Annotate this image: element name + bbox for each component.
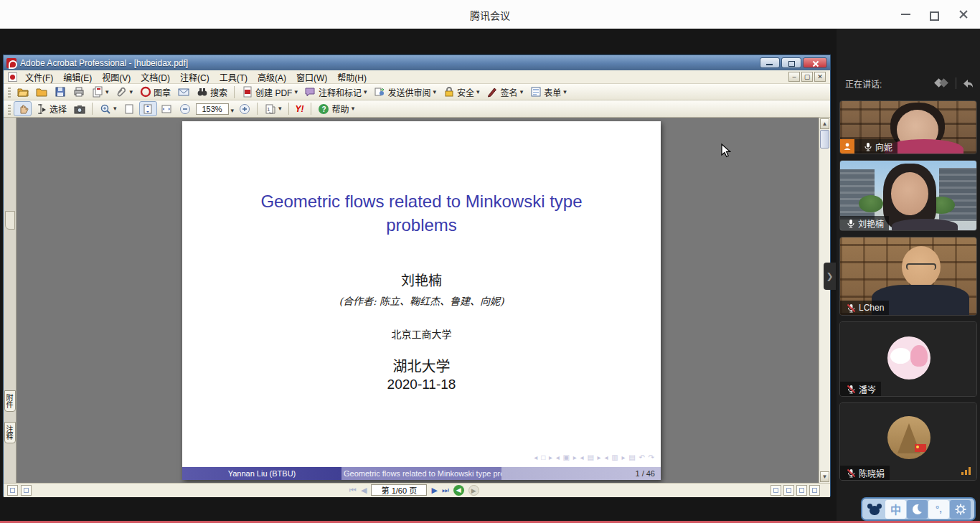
search-button[interactable]: 搜索 xyxy=(194,85,230,99)
zoom-in-button[interactable] xyxy=(236,102,253,116)
toolbar-separator xyxy=(311,103,311,115)
ime-fullwidth-icon[interactable] xyxy=(907,500,928,519)
mdi-minimize-icon[interactable]: – xyxy=(788,72,800,82)
mdi-close-icon[interactable]: ✕ xyxy=(814,72,826,82)
minimize-icon[interactable] xyxy=(900,8,913,21)
hand-tool-button[interactable] xyxy=(14,102,31,116)
comment-markup-button[interactable]: 注释和标记 xyxy=(302,85,369,99)
folder-button[interactable] xyxy=(33,85,50,99)
select-tool-button[interactable]: 选择 xyxy=(33,102,69,116)
zoom-input[interactable] xyxy=(196,103,229,115)
email-button[interactable] xyxy=(175,85,192,99)
participant-tile[interactable]: 潘岑 xyxy=(839,321,977,397)
statusbar-pagesize-icon[interactable] xyxy=(21,485,32,496)
next-view-icon[interactable]: ▶ xyxy=(468,485,479,496)
continuous-view-icon[interactable] xyxy=(783,485,794,496)
fit-page-button[interactable] xyxy=(140,102,156,116)
forms-button[interactable]: 表单 xyxy=(527,85,569,99)
participant-tile[interactable]: LChen xyxy=(839,237,977,316)
panel-collapse-icon[interactable]: ❯ xyxy=(824,263,836,290)
statusbar-options-icon[interactable] xyxy=(7,485,18,496)
document-canvas[interactable]: Geometric flows related to Minkowski typ… xyxy=(17,118,819,483)
rail-handle[interactable] xyxy=(5,211,15,230)
acrobat-app-icon xyxy=(6,58,17,68)
ime-language-label: 中 xyxy=(890,501,901,517)
tab-attachments[interactable]: 附件 xyxy=(4,390,16,412)
zoom-out-button[interactable] xyxy=(177,102,194,116)
menu-advanced[interactable]: 高级(A) xyxy=(253,70,291,85)
open-button[interactable] xyxy=(14,85,31,99)
stamp-button[interactable]: 图章 xyxy=(137,85,173,99)
menu-comments[interactable]: 注释(C) xyxy=(175,70,215,85)
last-page-icon[interactable]: ⏭ xyxy=(442,484,449,496)
send-review-button[interactable]: 发送供审阅 xyxy=(372,85,439,99)
two-up-icon[interactable] xyxy=(796,485,807,496)
menu-edit[interactable]: 编辑(E) xyxy=(58,70,97,85)
beamer-nav-symbols: ◂ □ ▸ ◂ ▣ ▸ ◂ ▤ ▸ ◂ ▥ ▸ ▤ ↶ ↷ xyxy=(534,453,655,461)
toolbar-separator xyxy=(257,103,258,115)
tab-comments[interactable]: 注释 xyxy=(4,422,16,443)
menu-tools[interactable]: 工具(T) xyxy=(215,70,253,85)
navigation-rail: 附件 注释 xyxy=(4,118,17,483)
page-actual-icon xyxy=(123,103,136,115)
combine-files-icon xyxy=(91,86,103,98)
previous-page-icon[interactable]: ◀ xyxy=(361,484,367,496)
help-label: 帮助 xyxy=(332,103,349,115)
mdi-restore-icon[interactable]: ▢ xyxy=(801,72,813,82)
ime-punctuation-button[interactable]: °, xyxy=(928,500,949,519)
snapshot-button[interactable] xyxy=(71,102,88,116)
ime-language-button[interactable]: 中 xyxy=(885,500,906,519)
document-icon[interactable] xyxy=(8,72,17,82)
zoom-caret-icon[interactable] xyxy=(231,103,235,116)
acrobat-minimize-icon[interactable] xyxy=(760,57,780,68)
sign-button[interactable]: 签名 xyxy=(484,85,526,99)
page-number-input[interactable] xyxy=(371,484,427,496)
menu-file[interactable]: 文件(F) xyxy=(20,70,58,85)
menu-view[interactable]: 视图(V) xyxy=(97,70,136,85)
camera-icon xyxy=(73,103,85,115)
yahoo-button[interactable]: Y! xyxy=(293,103,306,115)
single-page-icon[interactable] xyxy=(771,485,781,496)
scroll-down-icon[interactable]: ▼ xyxy=(820,471,829,482)
printer-icon xyxy=(72,86,85,98)
two-up-continuous-icon[interactable] xyxy=(809,485,820,496)
print-button[interactable] xyxy=(70,85,87,99)
save-button[interactable] xyxy=(52,85,68,99)
menu-help[interactable]: 帮助(H) xyxy=(332,70,372,85)
participant-label: 潘岑 xyxy=(840,382,881,396)
page-display-button[interactable]: 1 xyxy=(262,102,284,116)
security-button[interactable]: 安全 xyxy=(440,85,482,99)
mic-muted-icon xyxy=(847,303,856,313)
acrobat-restore-icon[interactable] xyxy=(781,57,801,68)
participant-tile[interactable]: 刘艳楠 xyxy=(839,160,977,231)
attach-button[interactable] xyxy=(113,85,136,99)
participant-tile[interactable]: 向妮 xyxy=(839,100,977,154)
next-page-icon[interactable]: ▶ xyxy=(431,484,437,496)
restore-icon[interactable] xyxy=(928,8,941,21)
zoom-tool-button[interactable] xyxy=(97,102,119,116)
menu-document[interactable]: 文档(D) xyxy=(136,70,175,85)
combine-files-button[interactable] xyxy=(89,85,111,99)
vertical-scrollbar[interactable]: ▲ ▼ xyxy=(819,118,830,483)
participant-name: 向妮 xyxy=(875,141,892,153)
layout-view-icon[interactable] xyxy=(934,77,950,89)
toolbar-grip xyxy=(8,86,11,98)
scroll-thumb[interactable] xyxy=(820,130,829,149)
acrobat-titlebar[interactable]: Adobe Acrobat Professional - [hubeidax.p… xyxy=(4,55,830,70)
help-button[interactable]: ? 帮助 xyxy=(316,102,357,116)
previous-view-icon[interactable]: ◀ xyxy=(453,485,464,496)
ime-settings-icon[interactable] xyxy=(950,500,971,519)
menu-window[interactable]: 窗口(W) xyxy=(291,70,332,85)
actual-size-button[interactable] xyxy=(121,102,138,116)
fit-width-button[interactable] xyxy=(159,102,175,116)
acrobat-close-icon[interactable] xyxy=(803,57,827,68)
scroll-up-icon[interactable]: ▲ xyxy=(820,118,829,129)
ime-logo-icon[interactable] xyxy=(864,500,885,519)
create-pdf-button[interactable]: 创建 PDF xyxy=(239,85,300,99)
yahoo-label: Y! xyxy=(296,104,304,114)
back-arrow-icon[interactable] xyxy=(962,78,974,89)
first-page-icon[interactable]: ⏮ xyxy=(349,484,357,496)
participant-tile[interactable]: 陈晓娟 xyxy=(839,402,977,481)
host-badge-icon xyxy=(840,139,854,154)
close-icon[interactable] xyxy=(957,8,970,21)
